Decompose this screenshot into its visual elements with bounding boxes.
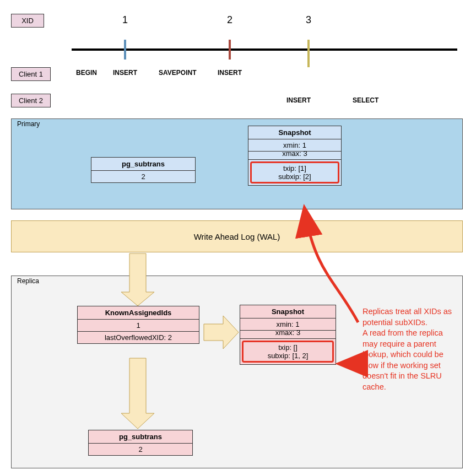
replica-txip: txip: []	[244, 343, 332, 352]
c2-insert: INSERT	[286, 96, 311, 104]
c1-insert1: INSERT	[113, 69, 137, 77]
primary-txip-box: txip: [1] subxip: [2]	[250, 161, 339, 183]
replica-pg-subtrans-title: pg_subtrans	[89, 430, 192, 444]
c1-insert2: INSERT	[218, 69, 242, 77]
replica-xmax: xmax: 3	[240, 328, 336, 339]
replica-known-title: KnownAssignedIds	[78, 306, 199, 320]
xid-3: 3	[300, 14, 317, 26]
wal-box: Write Ahead Log (WAL)	[11, 220, 463, 252]
xid-2: 2	[221, 14, 238, 26]
primary-pg-subtrans: pg_subtrans 2	[91, 157, 196, 183]
client1-label: Client 1	[11, 67, 51, 81]
annotation-text: Replicas treat all XIDs as potential sub…	[363, 306, 459, 393]
c1-begin: BEGIN	[76, 69, 97, 77]
xid-1: 1	[117, 14, 133, 26]
replica-subxip: subxip: [1, 2]	[244, 352, 332, 360]
replica-known-row1: 1	[78, 320, 199, 332]
primary-xmax: xmax: 3	[248, 149, 341, 160]
replica-pg-subtrans: pg_subtrans 2	[88, 430, 193, 456]
replica-pg-subtrans-row: 2	[89, 444, 192, 455]
primary-subxip: subxip: [2]	[252, 172, 338, 181]
replica-snapshot: Snapshot xmin: 1 xmax: 3 txip: [] subxip…	[240, 305, 336, 365]
primary-txip: txip: [1]	[252, 164, 338, 172]
primary-snapshot-title: Snapshot	[248, 126, 341, 139]
primary-title: Primary	[17, 120, 40, 128]
tick-2	[229, 40, 231, 60]
replica-known: KnownAssignedIds 1 lastOverflowedXID: 2	[77, 306, 199, 344]
primary-snapshot: Snapshot xmin: 1 xmax: 3 txip: [1] subxi…	[248, 126, 342, 186]
primary-pg-subtrans-title: pg_subtrans	[91, 158, 195, 171]
tick-1	[124, 40, 126, 60]
replica-known-row2: lastOverflowedXID: 2	[78, 332, 199, 343]
c2-select: SELECT	[353, 96, 378, 104]
replica-txip-box: txip: [] subxip: [1, 2]	[242, 341, 334, 363]
primary-panel: Primary	[11, 118, 463, 209]
c1-savepoint: SAVEPOINT	[159, 69, 196, 77]
replica-snapshot-title: Snapshot	[240, 305, 336, 319]
primary-pg-subtrans-row: 2	[91, 171, 195, 182]
tick-3	[307, 40, 310, 67]
timeline	[72, 48, 457, 51]
xid-label: XID	[11, 14, 44, 28]
replica-title: Replica	[17, 277, 39, 285]
client2-label: Client 2	[11, 94, 51, 107]
